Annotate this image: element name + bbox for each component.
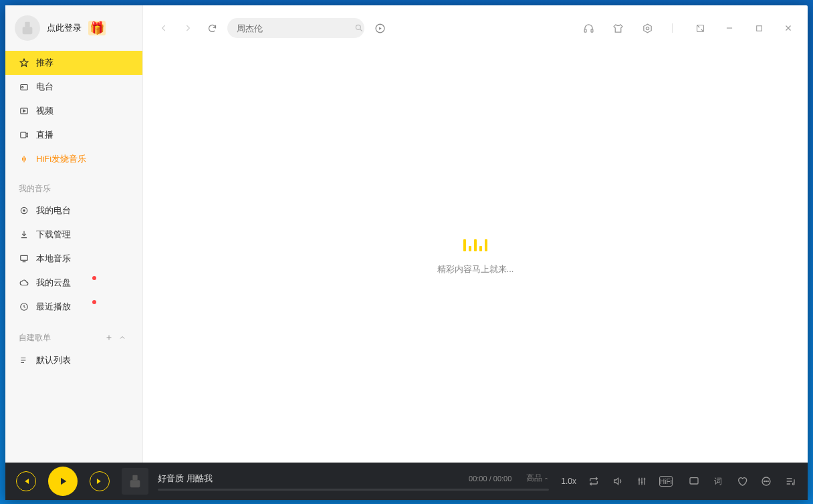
section-playlists: 自建歌单 (19, 332, 51, 344)
my-radio[interactable]: 我的电台 (5, 199, 142, 223)
nav-back-button[interactable] (155, 19, 172, 37)
nav-hifi[interactable]: HiFi发烧音乐 (5, 147, 142, 171)
svg-rect-1 (23, 27, 33, 34)
sidebar: 点此登录 🎁 推荐 电台 视频 直播 HiFi发烧音乐 (5, 5, 143, 463)
search-box[interactable] (227, 18, 364, 38)
loop-mode-button[interactable] (587, 475, 600, 488)
live-icon (19, 130, 29, 140)
svg-point-14 (646, 27, 649, 29)
nav-label: 默认列表 (36, 354, 71, 366)
svg-rect-8 (21, 255, 28, 260)
album-art[interactable] (122, 468, 148, 495)
loading-indicator (463, 238, 487, 251)
nav-video[interactable]: 视频 (5, 99, 142, 123)
star-icon (19, 57, 29, 68)
nav-label: HiFi发烧音乐 (36, 153, 86, 165)
nav-label: 电台 (36, 81, 53, 93)
comments-button[interactable] (687, 475, 701, 488)
nav-live[interactable]: 直播 (5, 123, 142, 147)
topbar (143, 5, 808, 51)
close-button[interactable] (781, 21, 796, 35)
svg-rect-13 (591, 29, 593, 31)
avatar[interactable] (15, 15, 40, 41)
add-playlist-button[interactable] (102, 331, 116, 344)
quality-selector[interactable]: 高品 (526, 473, 549, 484)
my-local[interactable]: 本地音乐 (5, 247, 142, 271)
login-link[interactable]: 点此登录 (47, 22, 82, 34)
skin-icon[interactable] (610, 21, 625, 35)
gift-icon[interactable]: 🎁 (88, 21, 106, 35)
radio-icon (19, 82, 29, 92)
svg-point-3 (22, 86, 23, 88)
favorite-button[interactable] (735, 475, 749, 488)
maximize-button[interactable] (751, 21, 766, 35)
prev-track-button[interactable] (16, 471, 36, 491)
mini-mode-button[interactable] (693, 21, 707, 35)
search-input[interactable] (237, 23, 349, 33)
content-area: 精彩内容马上就来... (143, 51, 808, 463)
playback-speed[interactable]: 1.0x (561, 477, 576, 486)
play-button[interactable] (48, 467, 78, 496)
my-cloud[interactable]: 我的云盘 (5, 271, 142, 295)
collapse-playlists-button[interactable] (116, 331, 129, 344)
svg-point-7 (23, 210, 25, 211)
list-icon (19, 355, 29, 366)
playlist-button[interactable] (784, 475, 797, 488)
nav-radio[interactable]: 电台 (5, 75, 142, 99)
track-title: 好音质 用酷我 (158, 473, 213, 485)
playlist-default[interactable]: 默认列表 (5, 348, 142, 372)
nav-label: 本地音乐 (36, 253, 71, 265)
notification-dot (92, 300, 96, 304)
clock-icon (19, 301, 29, 312)
svg-point-21 (764, 481, 765, 481)
svg-point-23 (768, 481, 768, 481)
listen-together-icon[interactable] (581, 21, 596, 35)
my-downloads[interactable]: 下载管理 (5, 223, 142, 247)
nav-label: 直播 (36, 129, 53, 141)
settings-icon[interactable] (640, 21, 655, 35)
svg-rect-12 (584, 29, 586, 31)
svg-rect-18 (130, 480, 140, 487)
location-icon (19, 205, 29, 216)
svg-point-10 (356, 25, 360, 29)
nav-label: 视频 (36, 105, 53, 117)
loading-text: 精彩内容马上就来... (437, 263, 514, 275)
lyrics-button[interactable]: 词 (711, 475, 725, 488)
section-my-music: 我的音乐 (5, 171, 142, 199)
minimize-button[interactable] (722, 21, 737, 35)
hifi-icon (19, 154, 29, 164)
progress-bar[interactable] (158, 489, 549, 491)
download-icon (19, 229, 29, 240)
svg-point-22 (766, 481, 766, 481)
my-recent[interactable]: 最近播放 (5, 295, 142, 319)
more-button[interactable] (760, 475, 773, 488)
svg-rect-5 (21, 132, 26, 138)
svg-rect-16 (756, 25, 762, 31)
next-track-button[interactable] (90, 471, 110, 491)
song-recognition-button[interactable] (371, 19, 388, 37)
svg-rect-0 (25, 22, 29, 27)
svg-rect-17 (132, 475, 137, 480)
nav-label: 下载管理 (36, 229, 71, 241)
video-icon (19, 106, 29, 116)
svg-rect-19 (690, 478, 698, 484)
volume-button[interactable] (611, 475, 624, 488)
refresh-button[interactable] (203, 19, 221, 37)
time-display: 00:00 / 00:00 (469, 475, 511, 483)
nav-label: 最近播放 (36, 301, 71, 313)
nav-forward-button[interactable] (179, 19, 197, 37)
nav-label: 推荐 (36, 57, 53, 69)
nav-recommend[interactable]: 推荐 (5, 51, 142, 75)
hifi-badge[interactable]: HiFi (659, 476, 673, 487)
main-area: 精彩内容马上就来... (143, 5, 808, 463)
equalizer-button[interactable] (635, 475, 649, 488)
nav-label: 我的电台 (36, 205, 71, 217)
notification-dot (92, 276, 96, 280)
nav-label: 我的云盘 (36, 277, 71, 289)
player-bar: 好音质 用酷我 00:00 / 00:00 高品 1.0x HiFi 词 (5, 463, 808, 500)
cloud-icon (19, 277, 29, 288)
monitor-icon (19, 253, 29, 264)
search-icon[interactable] (354, 23, 364, 33)
